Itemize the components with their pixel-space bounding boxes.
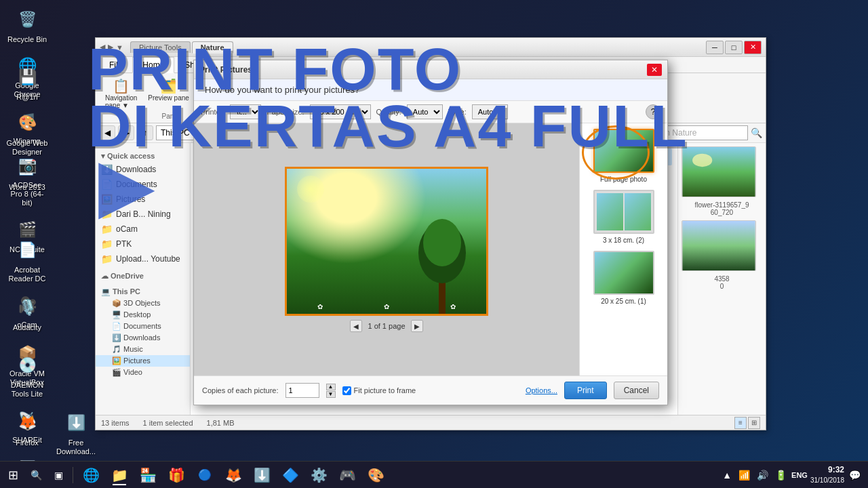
picture-tools-tab[interactable]: Picture Tools bbox=[130, 41, 191, 53]
sidebar-item-music[interactable]: 🎵 Music bbox=[96, 344, 190, 355]
taskbar-file-explorer[interactable]: 📁 bbox=[106, 464, 133, 487]
status-selected: 1 item selected bbox=[143, 419, 193, 427]
maximize-button[interactable]: □ bbox=[725, 41, 743, 54]
tab-file[interactable]: File bbox=[99, 57, 132, 73]
layout-20x25[interactable]: 20 x 25 cm. (1) bbox=[585, 251, 662, 305]
close-button[interactable]: ✕ bbox=[744, 41, 762, 54]
minimize-button[interactable]: ─ bbox=[706, 41, 724, 54]
cancel-button[interactable]: Cancel bbox=[614, 382, 659, 399]
systray-clock[interactable]: 9:32 31/10/2018 bbox=[810, 465, 844, 485]
desktop-icon-audacity[interactable]: 🎙️ Audacity bbox=[3, 291, 51, 335]
desktop-icon-acdsee[interactable]: 📷 ACDSee Pro 8 (64-bit) bbox=[3, 149, 51, 211]
nature-tab[interactable]: Nature bbox=[192, 41, 233, 54]
taskbar-app3[interactable]: 🎮 bbox=[334, 464, 361, 487]
print-dialog: Print Pictures ✕ How do you want to prin… bbox=[193, 60, 668, 405]
quality-select[interactable]: Auto bbox=[407, 104, 443, 119]
up-button[interactable]: ↑ bbox=[137, 125, 153, 140]
taskbar-systray: ▲ 📶 🔊 🔋 ENG 9:32 31/10/2018 💬 bbox=[720, 465, 865, 485]
taskbar-store[interactable]: 🏪 bbox=[134, 464, 161, 487]
sidebar-item-dl[interactable]: ⬇️ Downloads bbox=[96, 332, 190, 344]
start-button[interactable]: ⊞ bbox=[3, 464, 24, 487]
taskbar-edge[interactable]: 🌐 bbox=[77, 464, 104, 487]
window-controls: ─ □ ✕ bbox=[706, 41, 762, 54]
systray-network[interactable]: 📶 bbox=[736, 470, 752, 481]
printer-label: Printer: bbox=[201, 108, 224, 116]
copies-input[interactable] bbox=[285, 383, 319, 398]
tab-home[interactable]: Home bbox=[132, 57, 174, 73]
taskbar-separator-1 bbox=[73, 467, 73, 483]
taskbar-app1[interactable]: 🔷 bbox=[277, 464, 304, 487]
copies-down[interactable]: ▼ bbox=[326, 391, 336, 398]
svg-point-1 bbox=[692, 154, 712, 167]
sidebar-item-pictures-pc[interactable]: 🖼️ Pictures bbox=[96, 355, 190, 367]
desktop-icon-acrobat[interactable]: 📄 Acrobat Reader DC bbox=[3, 234, 51, 286]
sidebar-item-3d[interactable]: 📦 3D Objects bbox=[96, 298, 190, 309]
list-view-btn[interactable]: ≡ bbox=[734, 417, 747, 429]
taskbar-app4[interactable]: 🎨 bbox=[362, 464, 389, 487]
fit-frame-checkbox[interactable] bbox=[342, 386, 351, 395]
thumbnail-2[interactable] bbox=[682, 220, 756, 271]
sidebar-item-video[interactable]: 🎬 Video bbox=[96, 367, 190, 378]
nav-pane-btn[interactable]: 📋 Navigationpane ▼ bbox=[101, 76, 141, 111]
layout-3x18[interactable]: 3 x 18 cm. (2) bbox=[585, 190, 662, 244]
desktop-icon-recycle-bin[interactable]: 🗑️ Recycle Bin bbox=[3, 3, 51, 47]
systray-battery[interactable]: 🔋 bbox=[773, 470, 789, 481]
sidebar-item-docs[interactable]: 📄 Documents bbox=[96, 321, 190, 332]
thumbnails-panel: flower-3119657_960_720 43580 bbox=[677, 143, 766, 415]
preview-pane-btn[interactable]: 🗂️ Preview pane bbox=[144, 76, 193, 111]
prev-page-btn[interactable]: ◀ bbox=[350, 320, 362, 332]
systray-lang[interactable]: ENG bbox=[791, 471, 808, 479]
sidebar-item-ptk[interactable]: 📁 PTK bbox=[96, 237, 190, 251]
panes-group-label: Panes bbox=[162, 113, 181, 120]
taskbar-gift[interactable]: 🎁 bbox=[163, 464, 190, 487]
printer-select[interactable]: \\... bbox=[230, 104, 261, 119]
sidebar-item-pictures[interactable]: 🖼️ Pictures bbox=[96, 192, 190, 207]
sidebar-item-upload[interactable]: 📁 Upload... Youtube bbox=[96, 251, 190, 266]
svg-point-5 bbox=[423, 219, 461, 266]
sidebar-item-documents[interactable]: 📄 Documents bbox=[96, 177, 190, 192]
type-label: Type: bbox=[448, 108, 467, 116]
taskbar-app2[interactable]: ⚙️ bbox=[305, 464, 332, 487]
dialog-close-button[interactable]: ✕ bbox=[647, 64, 662, 76]
title-bar-tabs: ◀ ▶ ▼ Picture Tools Nature bbox=[100, 41, 706, 54]
search-button[interactable]: 🔍 bbox=[25, 464, 47, 487]
copies-up[interactable]: ▲ bbox=[326, 384, 336, 390]
quality-label: Quality: bbox=[376, 108, 401, 116]
layout-full-page[interactable]: Full page photo bbox=[585, 129, 662, 183]
sidebar-item-dari-b[interactable]: 📁 Dari B... Nining bbox=[96, 207, 190, 222]
help-button[interactable]: ? bbox=[646, 104, 660, 119]
back-button[interactable]: ◀ bbox=[99, 125, 115, 140]
layout-20x25-label: 20 x 25 cm. (1) bbox=[601, 298, 646, 305]
grid-view-btn[interactable]: ⊞ bbox=[748, 417, 760, 429]
layout-20x25-thumb bbox=[593, 251, 654, 295]
paper-size-select[interactable]: 10 x 200 cm bbox=[310, 104, 371, 119]
sidebar-item-ocam[interactable]: 📁 oCam bbox=[96, 222, 190, 237]
desktop-icon-r1n[interactable]: 💾 R@1n bbox=[3, 61, 51, 104]
next-page-btn[interactable]: ▶ bbox=[411, 320, 423, 332]
search-icon[interactable]: 🔍 bbox=[751, 127, 762, 138]
desktop-icon-daemon[interactable]: 💿 DAEMON Tools Lite bbox=[3, 349, 51, 401]
taskbar-chrome[interactable]: 🔵 bbox=[191, 464, 218, 487]
quick-access-header: ▾ Quick access bbox=[96, 146, 190, 162]
dialog-question: How do you want to print your pictures? bbox=[205, 85, 359, 95]
full-page-label: Full page photo bbox=[600, 176, 647, 183]
forward-button[interactable]: ▶ bbox=[118, 125, 134, 140]
fit-frame-checkbox-area: Fit picture to frame bbox=[342, 386, 416, 395]
options-link[interactable]: Options... bbox=[526, 386, 557, 394]
this-pc-header: 💻 This PC bbox=[96, 282, 190, 298]
thumbnail-1[interactable] bbox=[682, 146, 756, 197]
systray-volume[interactable]: 🔊 bbox=[755, 470, 770, 481]
notifications-icon[interactable]: 💬 bbox=[847, 470, 863, 481]
sidebar-item-downloads[interactable]: ⬇️ Downloads bbox=[96, 162, 190, 177]
desktop-icon-firefox[interactable]: 🦊 Firefox bbox=[3, 407, 51, 450]
print-button[interactable]: Print bbox=[564, 382, 607, 399]
task-view-button[interactable]: ▣ bbox=[49, 464, 68, 487]
taskbar-firefox[interactable]: 🦊 bbox=[220, 464, 247, 487]
sidebar-item-desktop[interactable]: 🖥️ Desktop bbox=[96, 309, 190, 321]
systray-expand[interactable]: ▲ bbox=[720, 470, 734, 481]
desktop-icon-freedownload[interactable]: ⬇️ Free Download... bbox=[52, 407, 100, 459]
taskbar-dl[interactable]: ⬇️ bbox=[248, 464, 275, 487]
page-indicator: ◀ 1 of 1 page ▶ bbox=[350, 320, 422, 332]
type-select[interactable]: Auto bbox=[472, 104, 508, 119]
copies-spinner: ▲ ▼ bbox=[326, 384, 336, 398]
